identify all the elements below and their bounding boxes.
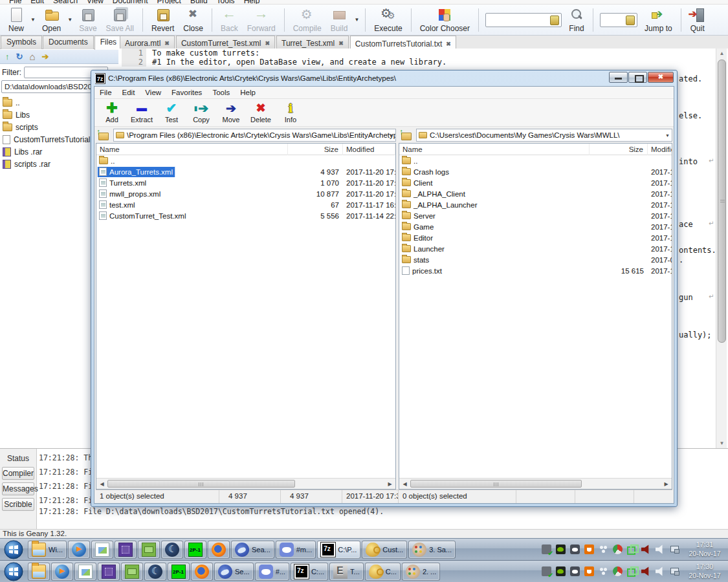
taskbar-app-button[interactable]	[51, 563, 73, 581]
tray-icon[interactable]	[584, 566, 594, 576]
tray-icon[interactable]	[627, 544, 637, 554]
file-row[interactable]: Client2017-10	[399, 177, 672, 188]
go-icon[interactable]: ➔	[41, 52, 49, 61]
file-row[interactable]: _ALPHA_Launcher2017-10	[399, 199, 672, 210]
taskbar-app-button[interactable]: Se...	[214, 563, 254, 581]
tray-icon[interactable]	[556, 544, 566, 554]
menu-item[interactable]: Edit	[30, 0, 44, 5]
file-row[interactable]: Aurora_Turrets.xml4 9372017-11-20 17:	[96, 166, 395, 177]
menu-item[interactable]: Search	[53, 0, 78, 5]
file-row[interactable]: Launcher2017-10	[399, 243, 672, 254]
menu-item[interactable]: Favorites	[166, 89, 207, 96]
back-button[interactable]: Back	[216, 6, 243, 34]
revert-button[interactable]: Revert	[147, 6, 179, 34]
save-button[interactable]: Save	[74, 6, 101, 34]
taskbar-app-button[interactable]	[98, 563, 120, 581]
editor-tab[interactable]: CustomTurret_Test.xml	[176, 36, 275, 49]
editor-vertical-scrollbar[interactable]: ▲ ▼	[716, 48, 727, 448]
taskbar-app-button[interactable]	[144, 563, 166, 581]
menu-item[interactable]: Document	[113, 0, 148, 5]
toolbar-button[interactable]: Info	[276, 100, 305, 124]
tray-icon[interactable]	[670, 544, 679, 554]
toolbar-button[interactable]: Test	[157, 100, 186, 124]
menu-item[interactable]: Tools	[217, 0, 235, 5]
taskbar-app-button[interactable]	[121, 563, 143, 581]
scroll-left-icon[interactable]: ◀	[97, 479, 107, 489]
taskbar-app-button[interactable]: T...	[329, 563, 364, 581]
tray-icon[interactable]	[656, 544, 665, 554]
refresh-icon[interactable]: ↻	[16, 52, 23, 61]
modified-column-header[interactable]: Modified	[648, 144, 672, 155]
toolbar-button[interactable]: Copy	[186, 100, 216, 124]
taskbar-app-button[interactable]: Sea...	[231, 541, 274, 559]
titlebar[interactable]: C:\Program Files (x86)\Electronic Arts\C…	[95, 72, 599, 85]
file-row[interactable]: Server2017-10	[399, 210, 672, 221]
tray-icon[interactable]	[542, 544, 551, 554]
menu-item[interactable]: Build	[190, 0, 208, 5]
taskbar-app-button[interactable]	[74, 563, 96, 581]
modified-column-header[interactable]: Modified	[343, 144, 395, 155]
compile-button[interactable]: Compile	[289, 6, 326, 34]
close-tab-icon[interactable]	[446, 41, 451, 47]
tray-icon[interactable]	[599, 566, 608, 576]
file-row[interactable]: Editor2017-10	[399, 232, 672, 243]
sidebar-tab[interactable]: Files	[94, 36, 122, 50]
taskbar-clock[interactable]: 17:31 20-Nov-17	[684, 541, 725, 558]
jump-to-button[interactable]: Jump to	[640, 6, 677, 34]
line-number-input[interactable]	[600, 13, 637, 27]
file-row[interactable]: CustomTurret_Test.xml5 5562017-11-14 22:	[96, 210, 395, 221]
scrollbar-thumb[interactable]	[718, 59, 726, 343]
file-row[interactable]: mwll_props.xml10 8772017-11-20 17:	[96, 188, 395, 199]
new-dropdown-caret[interactable]: ▼	[28, 17, 38, 23]
taskbar-app-button[interactable]: C...	[365, 563, 401, 581]
file-row[interactable]: ..	[399, 155, 672, 166]
tray-icon[interactable]	[627, 566, 637, 576]
start-button[interactable]	[0, 561, 27, 582]
message-panel-tab[interactable]: Status	[2, 453, 34, 464]
sevenzip-window[interactable]: C:\Program Files (x86)\Electronic Arts\C…	[91, 70, 678, 507]
tray-icon[interactable]	[542, 566, 551, 576]
taskbar-app-button[interactable]: Cust...	[362, 541, 407, 559]
up-one-level-button[interactable]	[399, 129, 414, 142]
right-path-combo[interactable]: C:\Users\cest\Documents\My Games\Crysis …	[416, 129, 672, 142]
up-one-level-button[interactable]	[96, 129, 111, 142]
close-tab-icon[interactable]	[265, 40, 270, 47]
right-horizontal-scrollbar[interactable]: ◀ ▶	[399, 478, 672, 489]
close-tab-icon[interactable]	[164, 40, 170, 47]
build-dropdown-caret[interactable]: ▼	[352, 17, 361, 23]
left-path-combo[interactable]: \Program Files (x86)\Electronic Arts\Cry…	[113, 129, 396, 142]
sidebar-tab[interactable]: Documents	[43, 36, 94, 49]
file-row[interactable]: prices.txt15 6152017-10	[399, 265, 672, 276]
scrollbar-thumb[interactable]	[410, 480, 582, 488]
file-row[interactable]: Turrets.xml1 0702017-11-20 17:	[96, 177, 395, 188]
taskbar-app-button[interactable]: #m...	[276, 541, 316, 559]
file-row[interactable]: stats2017-04	[399, 254, 672, 265]
tray-icon[interactable]	[570, 566, 580, 576]
taskbar-app-button[interactable]	[208, 541, 230, 559]
left-horizontal-scrollbar[interactable]: ◀ ▶	[96, 478, 395, 489]
size-column-header[interactable]: Size	[590, 144, 648, 155]
open-button[interactable]: Open	[38, 6, 65, 34]
tray-icon[interactable]	[641, 566, 651, 576]
taskbar-app-button[interactable]	[91, 541, 113, 559]
taskbar-app-button[interactable]: 3. Sa...	[408, 541, 456, 559]
taskbar-app-button[interactable]	[161, 541, 183, 559]
tray-icon[interactable]	[613, 566, 623, 576]
up-icon[interactable]: ↑	[5, 52, 10, 61]
toolbar-button[interactable]: Add	[97, 100, 127, 124]
new-button[interactable]: New	[4, 6, 28, 34]
toolbar-button[interactable]: Move	[216, 100, 246, 124]
search-input[interactable]	[485, 13, 562, 27]
scroll-right-icon[interactable]: ▶	[385, 479, 395, 489]
tray-icon[interactable]	[613, 544, 623, 554]
taskbar-app-button[interactable]	[168, 563, 190, 581]
tray-icon[interactable]	[570, 544, 580, 554]
scroll-left-icon[interactable]: ◀	[400, 479, 410, 489]
editor-tab[interactable]: Aurora.mtl	[120, 36, 175, 49]
tray-icon[interactable]	[656, 566, 665, 576]
taskbar-app-button[interactable]	[138, 541, 160, 559]
file-row[interactable]: test.xml672017-11-17 16:	[96, 199, 395, 210]
forward-button[interactable]: Forward	[243, 6, 280, 34]
taskbar-app-button[interactable]: C:...	[291, 563, 328, 581]
menu-item[interactable]: File	[94, 89, 117, 96]
